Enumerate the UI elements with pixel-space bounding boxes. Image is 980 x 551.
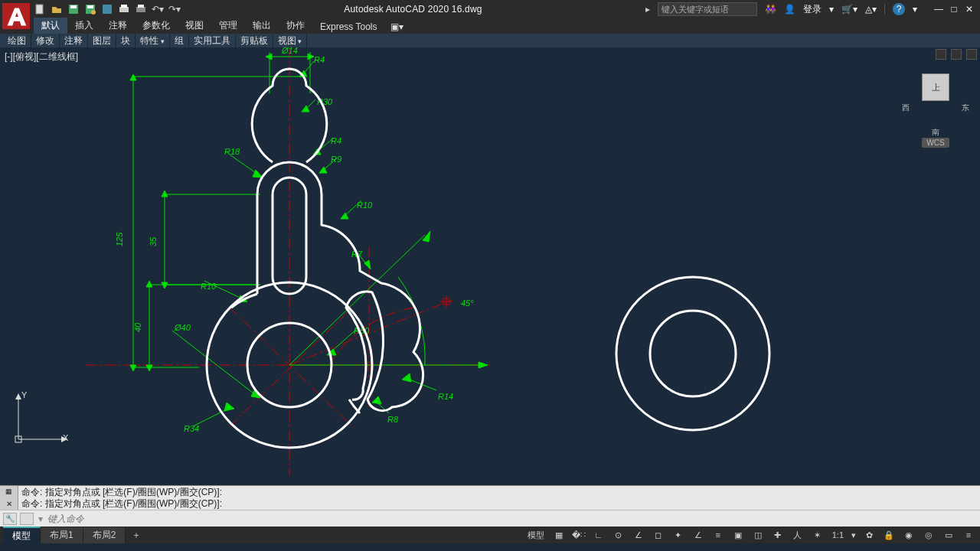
cmd-prompt-icon[interactable]: ▶_ <box>20 513 34 525</box>
3dosnap-icon[interactable]: ✦ <box>671 528 685 542</box>
panel-clip[interactable]: 剪贴板 <box>236 34 273 48</box>
svg-rect-10 <box>136 7 145 12</box>
tab-add-icon[interactable]: ＋ <box>126 527 147 543</box>
ortho-icon[interactable]: ∟ <box>592 528 606 542</box>
panel-util[interactable]: 实用工具 <box>189 34 236 48</box>
signin-icon[interactable]: 👭 <box>765 4 776 15</box>
otrack-icon[interactable]: ∠ <box>691 528 705 542</box>
left-part: Ø14 R4 R30 R4 R18 R9 R10 125 35 R10 40 Ø… <box>86 47 490 476</box>
svg-line-31 <box>172 331 256 396</box>
ucs-icon: X Y <box>11 392 72 455</box>
panel-view[interactable]: 视图 <box>273 34 308 48</box>
osnap-icon[interactable]: ◻ <box>652 528 665 542</box>
svg-rect-7 <box>103 5 112 14</box>
web-icon[interactable] <box>101 3 113 15</box>
drawing-area[interactable]: [-][俯视][二维线框] 北 西 东 南 WCS <box>0 47 980 485</box>
undo-icon[interactable]: ↶▾ <box>152 3 164 15</box>
exchange-icon[interactable]: 🛒▾ <box>841 4 858 15</box>
tab-output[interactable]: 输出 <box>245 18 279 34</box>
workspace-icon[interactable]: ✿ <box>862 528 876 542</box>
search-arrow-icon[interactable]: ▸ <box>645 4 650 15</box>
cycling-icon[interactable]: ◫ <box>751 528 765 542</box>
svg-point-12 <box>616 277 769 430</box>
help-dropdown-icon[interactable]: ▾ <box>913 4 917 15</box>
dim-r9: R9 <box>331 155 341 164</box>
command-line[interactable]: 🔧 ▶_ ▾ <box>0 510 980 527</box>
dim-d14: Ø14 <box>281 47 298 55</box>
user-icon[interactable]: 👤 <box>784 4 795 15</box>
cleanscreen-icon[interactable]: ▭ <box>942 528 956 542</box>
panel-draw[interactable]: 绘图 <box>3 34 31 48</box>
command-history[interactable]: ▦ ✕ 命令: 指定对角点或 [栏选(F)/圈围(WP)/圈交(CP)]: 命令… <box>0 485 980 510</box>
grid-icon[interactable]: ▦ <box>552 528 566 542</box>
title-right-controls: ▸ 键入关键字或短语 👭 👤 登录 ▾ 🛒▾ ◬▾ ? ▾ — □ ✕ <box>645 2 980 16</box>
help-icon[interactable]: ? <box>893 3 905 15</box>
ucs-x-label: X <box>63 433 68 442</box>
panel-group[interactable]: 组 <box>170 34 189 48</box>
login-label[interactable]: 登录 <box>803 3 822 16</box>
isodraft-icon[interactable]: ∠ <box>632 528 645 542</box>
close-icon[interactable]: ✕ <box>963 4 975 15</box>
a360-icon[interactable]: ◬▾ <box>865 4 877 15</box>
tab-more-icon[interactable]: ▣▾ <box>384 20 410 34</box>
print-icon[interactable] <box>135 3 147 15</box>
search-input[interactable]: 键入关键字或短语 <box>658 2 757 16</box>
redo-icon[interactable]: ↷▾ <box>168 3 181 15</box>
tab-manage[interactable]: 管理 <box>211 18 245 34</box>
plot-icon[interactable] <box>118 3 130 15</box>
hardware-icon[interactable]: ◉ <box>902 528 916 542</box>
polar-icon[interactable]: ⊙ <box>612 528 626 542</box>
tab-model[interactable]: 模型 <box>3 527 41 544</box>
tab-view[interactable]: 视图 <box>178 18 211 34</box>
command-input[interactable] <box>43 514 980 524</box>
tab-layout1[interactable]: 布局1 <box>41 527 83 543</box>
app-logo-icon[interactable] <box>2 2 31 32</box>
svg-rect-8 <box>119 7 129 12</box>
drawing-svg: Ø14 R4 R30 R4 R18 R9 R10 125 35 R10 40 Ø… <box>0 47 980 485</box>
annomonitor-icon[interactable]: ✚ <box>771 528 785 542</box>
panel-annot[interactable]: 注释 <box>60 34 88 48</box>
panel-layer[interactable]: 图层 <box>88 34 116 48</box>
cmd-grip-icon[interactable]: ▦ <box>5 486 12 497</box>
svg-rect-9 <box>121 5 127 8</box>
open-icon[interactable] <box>51 3 63 15</box>
scale-label[interactable]: 1:1 <box>831 530 845 540</box>
scale-dropdown-icon[interactable]: ▾ <box>851 530 856 540</box>
annoviz-icon[interactable]: ✶ <box>811 528 825 542</box>
save-icon[interactable] <box>67 3 80 15</box>
tab-layout2[interactable]: 布局2 <box>83 527 126 543</box>
minimize-icon[interactable]: — <box>933 4 945 15</box>
new-icon[interactable] <box>34 3 46 15</box>
cmd-wrench-icon[interactable]: 🔧 <box>3 513 17 525</box>
cmd-close-icon[interactable]: ✕ <box>6 498 12 510</box>
annoscale-icon[interactable]: 人 <box>791 528 805 542</box>
panel-modify[interactable]: 修改 <box>31 34 60 48</box>
svg-rect-11 <box>138 5 144 8</box>
dim-r18: R18 <box>224 147 240 156</box>
saveas-icon[interactable] <box>84 3 96 15</box>
panel-block[interactable]: 块 <box>116 34 136 48</box>
panel-props[interactable]: 特性 <box>136 34 170 48</box>
lwt-icon[interactable]: ≡ <box>711 528 725 542</box>
dim-r4b: R4 <box>331 136 341 145</box>
tab-insert[interactable]: 插入 <box>67 18 101 34</box>
tab-express[interactable]: Express Tools <box>312 20 384 34</box>
dim-125: 125 <box>115 232 124 246</box>
quick-access-toolbar: ↶▾ ↷▾ <box>34 0 181 18</box>
status-bar: 模型 布局1 布局2 ＋ 模型 ▦ �∷ ∟ ⊙ ∠ ◻ ✦ ∠ ≡ ▣ ◫ ✚… <box>0 527 980 543</box>
login-dropdown-icon[interactable]: ▾ <box>829 4 834 15</box>
dim-45: 45° <box>461 298 474 308</box>
tab-default[interactable]: 默认 <box>34 18 67 34</box>
tab-parametric[interactable]: 参数化 <box>135 18 178 34</box>
tab-collab[interactable]: 协作 <box>279 18 312 34</box>
lock-icon[interactable]: 🔒 <box>882 528 896 542</box>
custom-icon[interactable]: ≡ <box>962 528 975 542</box>
isolate-icon[interactable]: ◎ <box>922 528 936 542</box>
snap-icon[interactable]: �∷ <box>572 528 586 542</box>
status-model-label[interactable]: 模型 <box>526 530 546 541</box>
transparency-icon[interactable]: ▣ <box>731 528 745 542</box>
ribbon-tabs: 默认 插入 注释 参数化 视图 管理 输出 协作 Express Tools ▣… <box>0 18 980 34</box>
maximize-icon[interactable]: □ <box>948 4 960 15</box>
svg-point-6 <box>91 10 96 15</box>
tab-annotate[interactable]: 注释 <box>101 18 135 34</box>
